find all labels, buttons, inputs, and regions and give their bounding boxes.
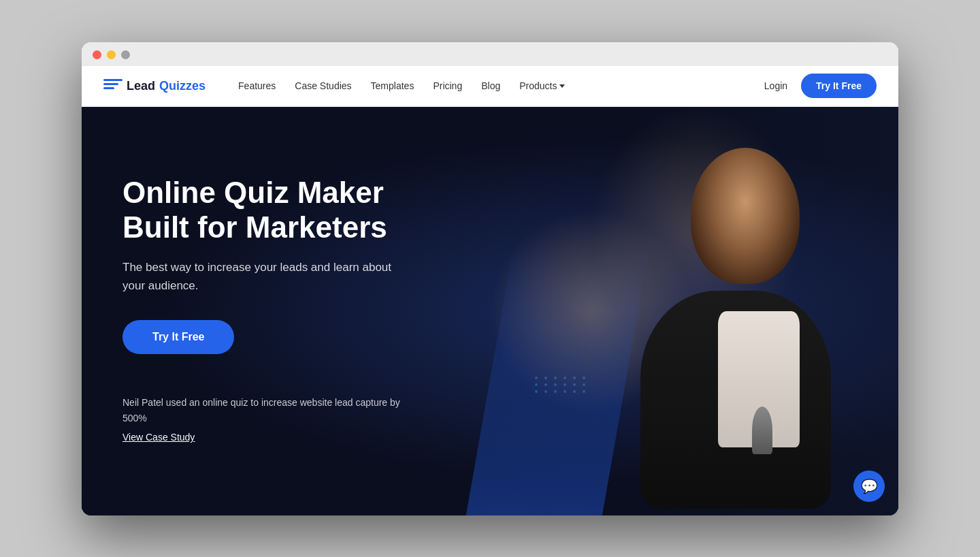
- nav-pricing[interactable]: Pricing: [433, 80, 462, 91]
- browser-controls: [93, 50, 887, 59]
- logo-text-quizzes: Quizzes: [159, 79, 206, 93]
- hero-person: [449, 107, 898, 515]
- hero-title: Online Quiz Maker Built for Marketers: [122, 176, 449, 244]
- hero-testimonial: Neil Patel used an online quiz to increa…: [122, 395, 422, 446]
- hero-testimonial-text: Neil Patel used an online quiz to increa…: [122, 395, 422, 428]
- chevron-down-icon: [559, 84, 565, 88]
- browser-chrome: [82, 42, 898, 66]
- nav-case-studies[interactable]: Case Studies: [295, 80, 351, 91]
- person-microphone: [752, 407, 772, 454]
- logo-icon: [103, 79, 122, 93]
- nav-products[interactable]: Products: [519, 80, 565, 91]
- nav-links: Features Case Studies Templates Pricing …: [238, 80, 742, 91]
- hero-section: Online Quiz Maker Built for Marketers Th…: [82, 107, 898, 515]
- nav-features[interactable]: Features: [238, 80, 276, 91]
- hero-subtitle: The best way to increase your leads and …: [122, 258, 408, 295]
- traffic-light-red[interactable]: [93, 50, 101, 59]
- logo[interactable]: LeadQuizzes: [103, 79, 206, 93]
- nav-right: Login Try It Free: [764, 74, 877, 98]
- navbar: LeadQuizzes Features Case Studies Templa…: [82, 66, 898, 107]
- nav-try-free-button[interactable]: Try It Free: [801, 74, 877, 98]
- traffic-light-yellow[interactable]: [107, 50, 116, 59]
- person-head: [691, 148, 800, 284]
- view-case-study-link[interactable]: View Case Study: [122, 430, 195, 446]
- hero-dot-pattern: [535, 377, 588, 393]
- nav-templates[interactable]: Templates: [371, 80, 414, 91]
- chat-button[interactable]: 💬: [853, 471, 885, 502]
- hero-content: Online Quiz Maker Built for Marketers Th…: [82, 176, 490, 446]
- chat-icon: 💬: [861, 478, 878, 494]
- nav-blog[interactable]: Blog: [481, 80, 500, 91]
- hero-try-free-button[interactable]: Try It Free: [122, 320, 234, 354]
- logo-text-lead: Lead: [127, 79, 155, 93]
- login-link[interactable]: Login: [764, 80, 787, 91]
- traffic-light-gray[interactable]: [121, 50, 130, 59]
- browser-window: LeadQuizzes Features Case Studies Templa…: [82, 42, 898, 515]
